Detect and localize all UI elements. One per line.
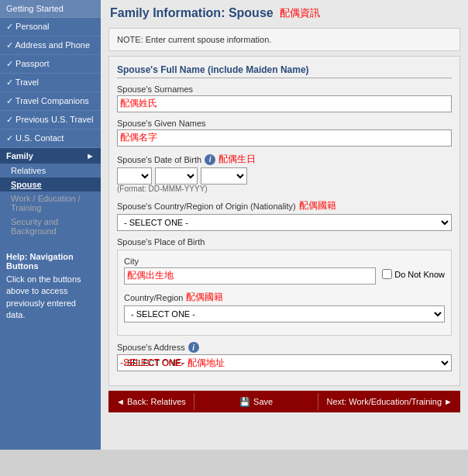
- page-title-chinese: 配偶資訊: [280, 6, 320, 20]
- do-not-know-checkbox[interactable]: [382, 269, 392, 279]
- do-not-know-row: Do Not Know: [382, 269, 445, 279]
- note-box: NOTE: Enter current spouse information.: [108, 28, 460, 51]
- birth-country-select[interactable]: - SELECT ONE -: [124, 305, 445, 323]
- dob-format-hint: (Format: DD-MMM-YYYY): [117, 185, 452, 193]
- save-button[interactable]: 💾 Save: [194, 391, 318, 412]
- place-of-birth-group: Spouse's Place of Birth City 配偶出生地: [117, 237, 452, 336]
- nationality-select[interactable]: - SELECT ONE -: [117, 214, 452, 231]
- footer-bar: ◄ Back: Relatives 💾 Save Next: Work/Educ…: [108, 391, 460, 412]
- city-input[interactable]: [124, 267, 376, 285]
- save-label: Save: [253, 397, 273, 406]
- surnames-group: Spouse's Surnames 配偶姓氏: [117, 85, 452, 112]
- sidebar-item-address[interactable]: Address and Phone: [0, 36, 101, 55]
- sidebar-item-family[interactable]: Family ►: [0, 148, 101, 164]
- dob-month-select[interactable]: [155, 167, 198, 185]
- birth-country-chinese-label: 配偶國籍: [186, 291, 223, 304]
- form-area: Spouse's Full Name (include Maiden Name)…: [108, 56, 460, 386]
- surnames-label: Spouse's Surnames: [117, 85, 452, 94]
- back-button[interactable]: ◄ Back: Relatives: [108, 391, 194, 412]
- given-names-group: Spouse's Given Names 配偶名字: [117, 119, 452, 147]
- city-row: 配偶出生地 Do Not Know: [124, 267, 445, 285]
- address-label: Spouse's Address i: [117, 342, 452, 353]
- sidebar-item-us-contact[interactable]: U.S. Contact: [0, 129, 101, 148]
- dob-date-row: [117, 167, 452, 185]
- back-label: ◄ Back: Relatives: [116, 397, 186, 406]
- sidebar-item-travel-companions[interactable]: Travel Companions: [0, 92, 101, 111]
- sidebar-item-work-education[interactable]: Work / Education / Training: [0, 191, 101, 215]
- dob-chinese-label: 配偶生日: [219, 153, 256, 166]
- birth-country-label: Country/Region 配偶國籍: [124, 291, 445, 304]
- content-area: Family Information: Spouse 配偶資訊 NOTE: En…: [101, 0, 468, 450]
- city-input-wrap: 配偶出生地: [124, 267, 376, 285]
- address-select[interactable]: -SELECT ONE-: [117, 354, 452, 371]
- do-not-know-label: Do Not Know: [394, 270, 445, 279]
- city-group: City 配偶出生地 Do Not Know: [124, 257, 445, 285]
- nationality-group: Spouse's Country/Region of Origin (Natio…: [117, 199, 452, 231]
- sidebar-item-relatives[interactable]: Relatives: [0, 164, 101, 178]
- place-of-birth-box: City 配偶出生地 Do Not Know: [117, 250, 452, 336]
- given-names-input[interactable]: [117, 129, 452, 147]
- page-title: Family Information: Spouse: [110, 6, 274, 20]
- sidebar-help: Help: Navigation Buttons Click on the bu…: [0, 246, 101, 328]
- next-label: Next: Work/Education/Training ►: [326, 397, 453, 406]
- sidebar-item-previous-travel[interactable]: Previous U.S. Travel: [0, 111, 101, 129]
- sidebar-item-spouse[interactable]: Spouse: [0, 178, 101, 191]
- chevron-right-icon: ►: [86, 151, 95, 160]
- address-info-icon: i: [188, 342, 199, 353]
- dob-info-icon: i: [205, 154, 215, 165]
- help-text: Click on the buttons above to access pre…: [6, 274, 95, 322]
- sidebar-item-personal[interactable]: Personal: [0, 18, 101, 36]
- nationality-chinese-label: 配偶國籍: [299, 199, 336, 212]
- full-name-section-title: Spouse's Full Name (include Maiden Name): [117, 64, 452, 78]
- sidebar-item-passport[interactable]: Passport: [0, 55, 101, 74]
- dob-group: Spouse's Date of Birth i 配偶生日: [117, 153, 452, 193]
- dob-day-select[interactable]: [117, 167, 152, 185]
- surnames-input[interactable]: [117, 95, 452, 112]
- given-names-label: Spouse's Given Names: [117, 119, 452, 128]
- sidebar-item-security-background[interactable]: Security and Background: [0, 215, 101, 238]
- sidebar-item-travel[interactable]: Travel: [0, 74, 101, 92]
- sidebar-item-getting-started[interactable]: Getting Started: [0, 0, 101, 18]
- sidebar: Getting Started Personal Address and Pho…: [0, 0, 101, 450]
- save-icon: 💾: [239, 397, 250, 407]
- note-text: NOTE: Enter current spouse information.: [117, 35, 271, 44]
- page-title-bar: Family Information: Spouse 配偶資訊: [101, 0, 468, 23]
- place-of-birth-label: Spouse's Place of Birth: [117, 237, 452, 247]
- birth-country-group: Country/Region 配偶國籍 - SELECT ONE -: [124, 291, 445, 323]
- address-group: Spouse's Address i -SELECT ONE- -SELECT …: [117, 342, 452, 371]
- dob-label: Spouse's Date of Birth i 配偶生日: [117, 153, 452, 166]
- dob-year-select[interactable]: [201, 167, 247, 185]
- city-label-inner: City: [124, 257, 445, 266]
- nationality-label: Spouse's Country/Region of Origin (Natio…: [117, 199, 452, 212]
- help-title: Help: Navigation Buttons: [6, 252, 95, 271]
- next-button[interactable]: Next: Work/Education/Training ►: [318, 391, 460, 412]
